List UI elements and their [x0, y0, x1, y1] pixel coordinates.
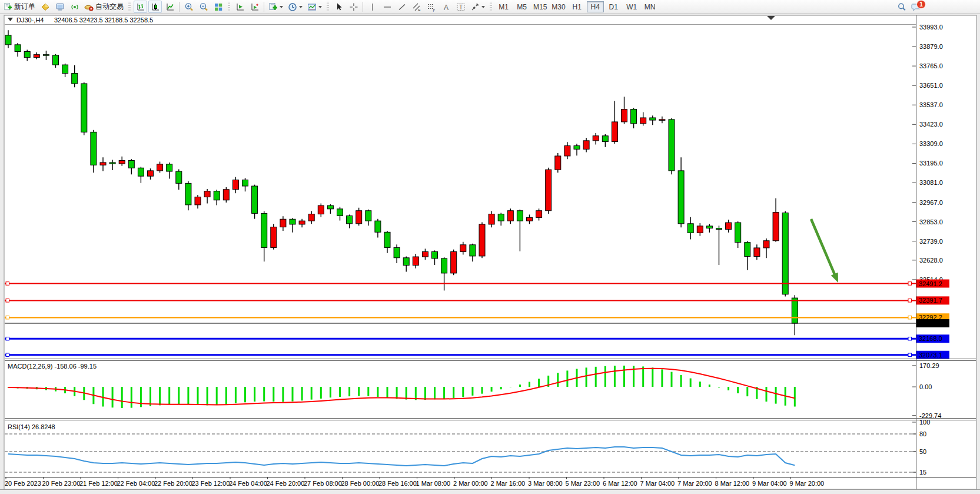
candlestick-chart-button[interactable] — [148, 1, 162, 13]
vertical-line-icon — [368, 2, 377, 12]
price-tick-label: 32967.0 — [919, 199, 943, 206]
line-handle[interactable] — [6, 316, 9, 319]
candle — [669, 118, 675, 175]
svg-text:E: E — [418, 8, 420, 12]
timeframe-d1-button[interactable]: D1 — [605, 1, 622, 12]
time-tick-label: 28 Feb 00:00 — [341, 480, 380, 487]
line-handle[interactable] — [6, 337, 9, 340]
line-chart-icon — [165, 2, 175, 12]
bar-chart-button[interactable] — [134, 1, 147, 13]
line-handle[interactable] — [908, 316, 912, 319]
toolbar-right-group: 1 — [894, 1, 923, 13]
line-chart-button[interactable] — [163, 1, 177, 13]
svg-text:T: T — [459, 4, 463, 11]
equidistant-channel-button[interactable]: E — [410, 1, 423, 13]
price-label-text: 32258.5 — [919, 320, 942, 327]
toolbar-separator — [363, 2, 363, 12]
line-handle[interactable] — [908, 299, 912, 303]
timeframe-w1-button[interactable]: W1 — [623, 1, 640, 12]
new-chart-button[interactable] — [267, 1, 285, 13]
toolbar-grip — [490, 2, 492, 12]
time-tick-label: 21 Feb 12:00 — [79, 480, 118, 487]
timeframe-m1-button[interactable]: M1 — [495, 1, 512, 12]
timeframe-h4-button[interactable]: H4 — [587, 1, 604, 12]
zoom-out-icon — [199, 2, 208, 12]
price-tick-label: 33993.0 — [919, 24, 943, 31]
arrows-button[interactable] — [469, 1, 487, 13]
cursor-button[interactable] — [332, 1, 346, 13]
timeframe-mn-button[interactable]: MN — [642, 1, 659, 12]
terminal-icon — [55, 2, 65, 12]
macd-scale-label: 170.29 — [919, 362, 939, 369]
auto-trading-button[interactable]: 自动交易 — [82, 1, 125, 13]
candle — [479, 222, 485, 258]
rsi-scale-label: 80 — [919, 430, 926, 437]
vertical-line-button[interactable] — [366, 1, 379, 13]
period-button[interactable] — [286, 1, 304, 13]
arrows-icon — [470, 2, 480, 12]
auto-scroll-button[interactable] — [233, 1, 247, 13]
line-handle[interactable] — [908, 353, 912, 357]
time-tick-label: 7 Mar 04:00 — [640, 480, 675, 487]
auto-trading-label: 自动交易 — [95, 2, 124, 12]
search-button[interactable] — [895, 1, 908, 13]
tile-windows-button[interactable] — [211, 1, 225, 13]
line-handle[interactable] — [6, 353, 9, 357]
price-tick-label: 33423.0 — [919, 121, 943, 128]
timeframe-m15-button[interactable]: M15 — [531, 1, 549, 12]
template-button[interactable] — [305, 1, 324, 13]
price-tick-label: 32739.0 — [919, 238, 943, 245]
tile-windows-icon — [214, 2, 223, 12]
new-order-button[interactable]: 新订单 — [2, 1, 37, 13]
chart-shift-button[interactable] — [248, 1, 261, 13]
chat-button[interactable]: 1 — [909, 1, 923, 13]
terminal-button[interactable] — [53, 1, 67, 13]
price-tick-label: 32628.0 — [919, 257, 943, 264]
line-handle[interactable] — [908, 337, 912, 340]
time-tick-label: 1 Mar 08:00 — [416, 480, 451, 487]
trendline-button[interactable] — [395, 1, 408, 13]
fibonacci-button[interactable]: F — [424, 1, 438, 13]
line-handle[interactable] — [6, 299, 9, 303]
rsi-label: RSI(14) 26.8248 — [8, 423, 55, 430]
chevron-down-icon — [481, 6, 485, 8]
toolbar-separator — [264, 2, 264, 12]
toolbar-grip — [128, 2, 131, 12]
price-tick-label: 32853.0 — [919, 218, 943, 226]
market-watch-button[interactable] — [38, 1, 52, 13]
time-tick-label: 7 Mar 20:00 — [677, 480, 712, 487]
candle — [271, 224, 277, 250]
time-tick-label: 24 Feb 04:00 — [229, 480, 267, 487]
auto-trading-icon — [84, 2, 94, 12]
bar-chart-icon — [136, 2, 145, 12]
symbol-period-label: DJ30-,H4 — [16, 16, 44, 24]
trendline-icon — [397, 2, 407, 12]
chart-canvas: DJ30-,H432406.5 32423.5 32188.5 32258.53… — [0, 15, 980, 494]
zoom-out-button[interactable] — [197, 1, 210, 13]
timeframe-m30-button[interactable]: M30 — [550, 1, 567, 12]
main-toolbar: 新订单 自动交易 — [0, 0, 980, 14]
chevron-down-icon — [299, 6, 303, 8]
text-button[interactable]: A — [439, 1, 453, 13]
timeframe-h1-button[interactable]: H1 — [569, 1, 586, 12]
horizontal-line-button[interactable] — [380, 1, 394, 13]
text-label-button[interactable]: T — [454, 1, 467, 13]
line-handle[interactable] — [908, 282, 912, 286]
time-tick-label: 3 Mar 08:00 — [528, 480, 563, 487]
macd-scale-label: -229.74 — [919, 412, 941, 419]
toolbar-separator — [179, 2, 180, 12]
zoom-in-button[interactable] — [182, 1, 195, 13]
crosshair-button[interactable] — [347, 1, 360, 13]
timeframe-m5-button[interactable]: M5 — [513, 1, 530, 12]
svg-text:F: F — [433, 8, 435, 12]
line-handle[interactable] — [6, 282, 9, 286]
time-tick-label: 22 Feb 04:00 — [117, 480, 155, 487]
toolbar-grip — [228, 2, 230, 12]
signal-icon — [70, 2, 79, 12]
time-tick-label: 20 Feb 2023 — [5, 480, 41, 487]
signal-button[interactable] — [68, 1, 81, 13]
time-tick-label: 5 Mar 23:00 — [566, 480, 600, 487]
chevron-down-icon — [318, 6, 322, 8]
crosshair-icon — [349, 2, 358, 12]
candle — [81, 82, 87, 135]
